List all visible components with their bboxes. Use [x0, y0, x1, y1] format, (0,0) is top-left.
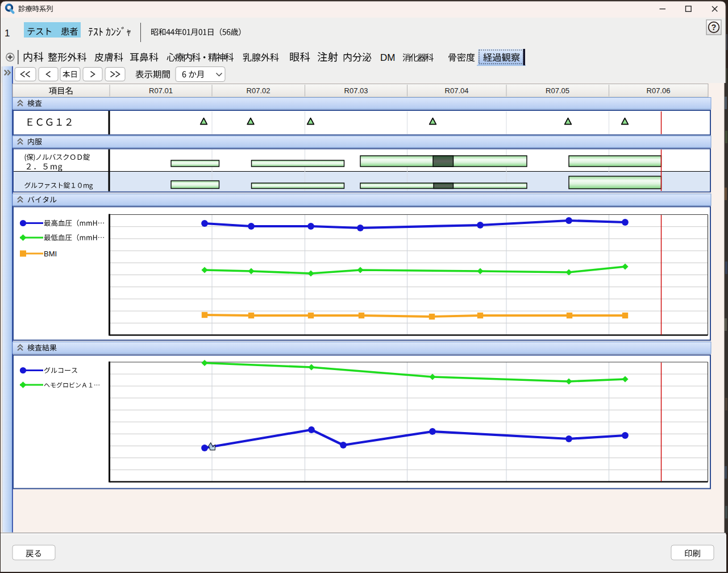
- svg-text:R07.04: R07.04: [445, 86, 469, 95]
- svg-text:BMI: BMI: [44, 250, 57, 258]
- svg-text:DM: DM: [380, 52, 395, 63]
- svg-text:1: 1: [5, 28, 10, 39]
- svg-text:R07.03: R07.03: [344, 86, 368, 95]
- svg-text:R07.02: R07.02: [247, 86, 271, 95]
- svg-text:R07.01: R07.01: [149, 86, 173, 95]
- svg-text:?: ?: [712, 23, 717, 32]
- svg-text:R07.05: R07.05: [546, 86, 569, 95]
- svg-text:R07.06: R07.06: [647, 86, 671, 95]
